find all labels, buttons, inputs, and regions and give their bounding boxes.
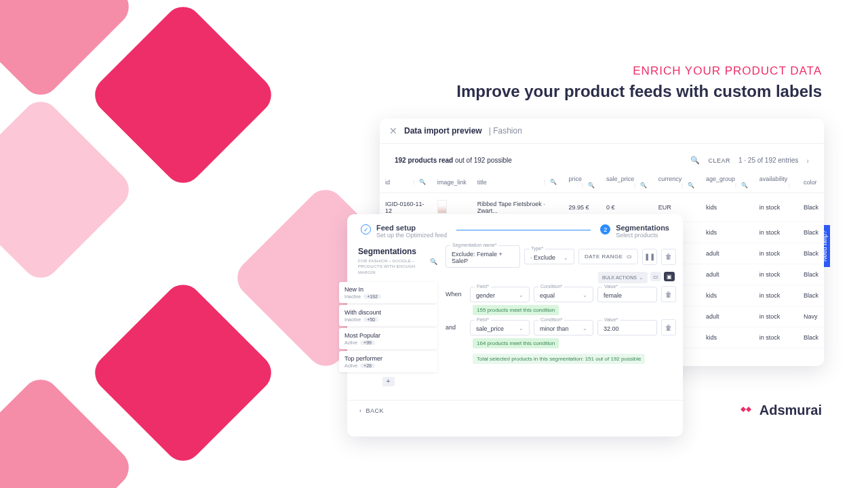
when-label: When [446,291,466,298]
field-select[interactable]: Field*sale_price⌄ [470,320,530,336]
calendar-icon: ▭ [627,253,633,260]
type-select[interactable]: Type* · Exclude ⌄ [524,249,574,264]
decoration-diamond [87,0,279,190]
segmentations-heading: Segmentations [358,247,437,256]
field-select[interactable]: Field*gender⌄ [470,287,530,302]
segmentation-name-input[interactable]: Segmentation name* Exclude: Female + Sal… [446,245,520,268]
chevron-right-icon[interactable]: › [806,157,809,165]
col-currency: currency⋮ 🔍 [653,171,701,193]
condition-hint: 164 products meet this condition [473,338,559,348]
decoration-diamond [87,277,279,469]
condition-select[interactable]: Condition*minor than⌄ [534,320,593,336]
col-sale: sale_price⋮ 🔍 [601,171,653,193]
segmentation-item[interactable]: New In Inactive+192 [339,282,437,303]
col-image: image_link [432,171,472,193]
value-input[interactable]: Value*32.00 [597,320,657,336]
thumbnail [437,200,447,214]
total-selected-hint: Total selected products in this segmenta… [473,354,645,364]
stepper-line [456,230,591,230]
delete-condition-button[interactable]: 🗑 [661,286,676,302]
chevron-down-icon: ⌄ [583,292,587,298]
segmentation-item[interactable]: Most Popular Active+99 [339,328,437,349]
col-age: age_group⋮ 🔍 [701,171,754,193]
search-icon[interactable]: 🔍 [690,156,700,165]
brand-logo: Adsmurai [738,400,822,420]
add-segmentation-button[interactable]: + [382,377,395,386]
page-heading: ENRICH YOUR PRODUCT DATA Improve your pr… [456,64,822,101]
pagination-label: 1 · 25 of 192 entries [738,157,798,164]
col-id: id⋮ 🔍 [380,171,432,193]
condition-hint: 155 products meet this condition [473,305,559,315]
segmentation-item[interactable]: With discount Inactive+50 [339,305,437,326]
logo-mark-icon [738,400,754,420]
chevron-down-icon: ⌄ [564,255,568,261]
col-price: price⋮ 🔍 [563,171,601,193]
check-icon: ✓ [361,224,371,235]
col-avail: availability⋮ [754,171,798,193]
col-color: color [798,171,824,193]
chevron-down-icon: ⌄ [519,292,524,298]
step-feed-setup[interactable]: ✓ Feed setupSet up the Optimized feed [361,224,447,239]
step-segmentations[interactable]: 2 SegmentationsSelect products [600,224,669,239]
back-button[interactable]: BACK [347,400,683,421]
preview-context: | Fashion [489,126,522,136]
page-title: Improve your product feeds with custom l… [456,82,822,101]
view-toggle-b[interactable]: ▣ [664,272,675,281]
chevron-down-icon: ⌄ [583,325,587,331]
search-icon[interactable]: 🔍 [430,258,437,265]
chevron-down-icon: ⌄ [519,325,524,331]
delete-button[interactable]: 🗑 [661,249,676,265]
segmentation-item[interactable]: Top performer Active+28 [339,351,437,372]
step-number-badge: 2 [600,224,610,235]
preview-summary: 192 products read out of 192 possible [395,157,690,164]
delete-condition-button[interactable]: 🗑 [661,319,676,336]
brand-name: Adsmurai [760,403,822,418]
preview-title: Data import preview [404,126,482,136]
chevron-down-icon: ⌄ [639,274,644,281]
segmentations-panel: ✓ Feed setupSet up the Optimized feed 2 … [347,214,683,436]
condition-select[interactable]: Condition*equal⌄ [534,287,593,302]
clear-button[interactable]: CLEAR [708,157,730,164]
value-input[interactable]: Value*female [597,287,657,302]
and-label: and [446,324,466,331]
breadcrumb: FOR FASHION › GOOGLE › PRODUCTS WITH ENO… [358,258,427,275]
bulk-actions-button[interactable]: BULK ACTIONS⌄ [598,272,648,283]
close-icon[interactable]: ✕ [389,125,397,136]
kicker-text: ENRICH YOUR PRODUCT DATA [456,64,822,78]
col-title: title⋮ 🔍 [472,171,564,193]
pause-button[interactable]: ❚❚ [642,249,657,265]
view-toggle-a[interactable]: ▭ [650,272,661,281]
date-range-button[interactable]: DATE RANGE▭ [578,249,638,264]
